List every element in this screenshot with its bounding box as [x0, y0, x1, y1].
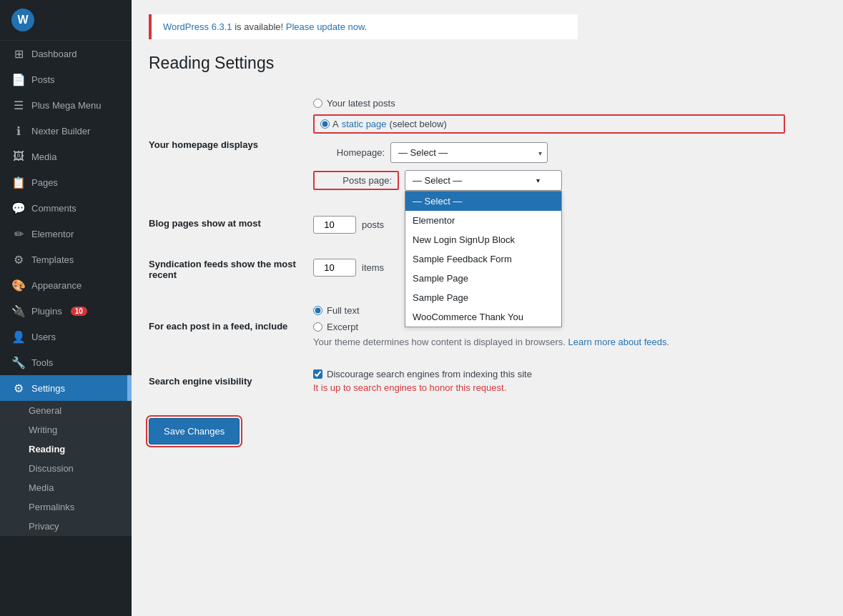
sidebar-item-plus-mega-menu[interactable]: ☰ Plus Mega Menu — [0, 92, 132, 118]
wp-logo-icon: W — [11, 9, 34, 31]
sidebar-item-media[interactable]: 🖼 Media — [0, 144, 132, 169]
dropdown-option-woocommerce[interactable]: WooCommerce Thank You — [405, 307, 561, 327]
full-text-radio[interactable] — [313, 306, 322, 315]
syndication-suffix: items — [362, 262, 384, 273]
settings-icon: ⚙ — [11, 381, 26, 395]
search-visibility-option[interactable]: Discourage search engines from indexing … — [313, 369, 785, 379]
save-changes-button[interactable]: Save Changes — [149, 418, 240, 444]
blog-pages-suffix: posts — [362, 219, 384, 230]
dropdown-option-sample-page-2[interactable]: Sample Page — [405, 288, 561, 307]
homepage-radio-group: Your latest posts A static page (select … — [313, 98, 785, 134]
submenu-discussion[interactable]: Discussion — [0, 459, 132, 478]
sidebar-item-label: Pages — [31, 177, 58, 188]
homepage-displays-label: Your homepage displays — [149, 87, 306, 202]
sidebar-item-label: Dashboard — [31, 49, 77, 59]
wp-version-link[interactable]: WordPress 6.3.1 — [163, 21, 232, 32]
sidebar-item-label: Comments — [31, 203, 77, 214]
homepage-sub-label: Homepage: — [313, 147, 385, 158]
posts-page-dropdown-trigger[interactable]: — Select — ▾ — [405, 170, 562, 191]
sidebar-item-elementor[interactable]: ✏ Elementor — [0, 221, 132, 247]
sidebar-item-comments[interactable]: 💬 Comments — [0, 195, 132, 221]
sidebar-item-templates[interactable]: ⚙ Templates — [0, 247, 132, 272]
sidebar-item-label: Settings — [31, 383, 65, 394]
sidebar-item-label: Plus Mega Menu — [31, 100, 102, 111]
sidebar-item-appearance[interactable]: 🎨 Appearance — [0, 272, 132, 298]
users-icon: 👤 — [11, 329, 26, 344]
syndication-input[interactable] — [313, 259, 356, 277]
dropdown-option-elementor[interactable]: Elementor — [405, 211, 561, 230]
sidebar-item-settings[interactable]: ⚙ Settings — [0, 375, 132, 401]
latest-posts-radio[interactable] — [313, 99, 322, 108]
sidebar-active-arrow — [127, 375, 132, 401]
learn-more-feeds-link[interactable]: Learn more about feeds — [568, 337, 667, 347]
sidebar-item-label: Elementor — [31, 229, 74, 239]
sidebar-item-plugins[interactable]: 🔌 Plugins 10 — [0, 298, 132, 324]
sidebar-item-posts[interactable]: 📄 Posts — [0, 66, 132, 92]
search-visibility-label: Search engine visibility — [149, 358, 306, 404]
static-page-radio[interactable] — [320, 119, 330, 129]
homepage-select-wrapper: — Select — ▾ — [390, 142, 548, 163]
sidebar-item-label: Plugins — [31, 306, 62, 317]
pages-icon: 📋 — [11, 175, 26, 189]
sidebar-item-label: Media — [31, 151, 56, 162]
search-visibility-field: Discourage search engines from indexing … — [306, 358, 792, 404]
submenu-privacy[interactable]: Privacy — [0, 517, 132, 536]
sidebar: W ⊞ Dashboard 📄 Posts ☰ Plus Mega Menu ℹ… — [0, 0, 132, 616]
posts-page-dropdown-arrow-icon: ▾ — [536, 177, 540, 184]
excerpt-radio[interactable] — [313, 322, 322, 332]
sidebar-item-dashboard[interactable]: ⊞ Dashboard — [0, 41, 132, 66]
posts-page-dropdown-container: — Select — ▾ — Select — Elementor New Lo… — [405, 170, 562, 191]
sidebar-item-pages[interactable]: 📋 Pages — [0, 169, 132, 195]
posts-page-dropdown-menu: — Select — Elementor New Login SignUp Bl… — [405, 191, 562, 327]
static-page-option[interactable]: A static page (select below) — [320, 119, 447, 129]
dropdown-option-select[interactable]: — Select — — [405, 192, 561, 211]
templates-icon: ⚙ — [11, 252, 26, 267]
reading-settings-form: Your homepage displays Your latest posts — [149, 87, 826, 444]
submenu-reading[interactable]: Reading — [0, 439, 132, 459]
submenu-media[interactable]: Media — [0, 478, 132, 497]
dropdown-option-sample-page-1[interactable]: Sample Page — [405, 269, 561, 288]
homepage-select[interactable]: — Select — — [390, 142, 548, 163]
blog-pages-input[interactable] — [313, 216, 356, 234]
dropdown-option-new-login[interactable]: New Login SignUp Block — [405, 230, 561, 249]
sidebar-item-users[interactable]: 👤 Users — [0, 324, 132, 349]
plugins-badge: 10 — [71, 307, 87, 316]
feed-include-label: For each post in a feed, include — [149, 294, 306, 358]
submenu-writing[interactable]: Writing — [0, 420, 132, 439]
page-title: Reading Settings — [149, 54, 826, 73]
plus-mega-menu-icon: ☰ — [11, 98, 26, 112]
submenu-permalinks[interactable]: Permalinks — [0, 497, 132, 517]
static-page-sub-fields: Homepage: — Select — ▾ — [313, 142, 785, 191]
dashboard-icon: ⊞ — [11, 46, 26, 61]
full-text-label: Full text — [327, 305, 360, 316]
blog-pages-label: Blog pages show at most — [149, 202, 306, 244]
sidebar-item-label: Templates — [31, 254, 74, 265]
posts-page-highlight-box: Posts page: — [313, 171, 399, 190]
settings-submenu: General Writing Reading Discussion Media… — [0, 401, 132, 536]
dropdown-option-sample-feedback[interactable]: Sample Feedback Form — [405, 249, 561, 269]
sidebar-item-label: Tools — [31, 357, 53, 368]
static-page-link[interactable]: static page — [342, 119, 387, 129]
posts-icon: 📄 — [11, 72, 26, 86]
sidebar-item-nexter-builder[interactable]: ℹ Nexter Builder — [0, 118, 132, 144]
main-content: WordPress 6.3.1 is available! Please upd… — [132, 0, 843, 616]
homepage-displays-field: Your latest posts A static page (select … — [306, 87, 792, 202]
posts-page-dropdown-value: — Select — — [413, 175, 462, 186]
homepage-displays-row: Your homepage displays Your latest posts — [149, 87, 792, 202]
update-now-link[interactable]: Please update now — [286, 21, 365, 32]
static-page-option-box: A static page (select below) — [313, 114, 785, 134]
static-page-option-a: A — [332, 119, 339, 129]
posts-page-sub-field: Posts page: — Select — ▾ — Select — — [313, 170, 785, 191]
search-visibility-checkbox[interactable] — [313, 369, 322, 379]
homepage-sub-field: Homepage: — Select — ▾ — [313, 142, 785, 163]
syndication-label: Syndication feeds show the most recent — [149, 244, 306, 294]
sidebar-item-tools[interactable]: 🔧 Tools — [0, 349, 132, 375]
sidebar-logo: W — [0, 0, 132, 41]
submenu-general[interactable]: General — [0, 401, 132, 420]
search-visibility-row: Search engine visibility Discourage sear… — [149, 358, 792, 404]
comments-icon: 💬 — [11, 201, 26, 215]
notice-text-middle: is available! — [235, 21, 286, 32]
search-visibility-checkbox-label: Discourage search engines from indexing … — [327, 369, 532, 379]
static-page-select-below: (select below) — [390, 119, 447, 129]
latest-posts-option[interactable]: Your latest posts — [313, 98, 785, 109]
